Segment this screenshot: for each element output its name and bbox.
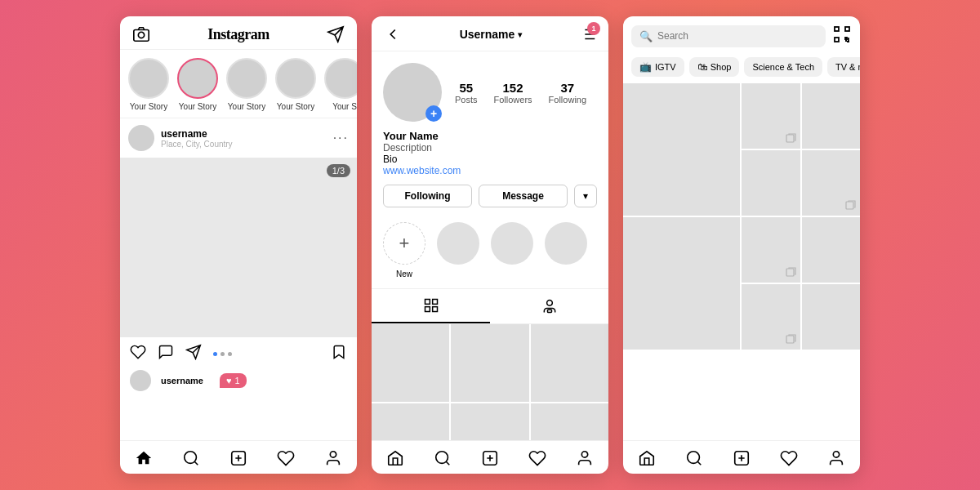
svg-point-7 [330,452,336,457]
commenter-row: username ♥ 1 [120,367,357,391]
profile-bottom-nav [372,440,608,474]
explore-cell-large[interactable] [623,217,740,350]
nav-add-icon[interactable] [731,448,752,469]
svg-rect-28 [835,38,839,42]
nav-heart-icon[interactable] [778,448,800,469]
copy-icon [784,266,797,279]
profile-header: Username ▾ 1 [372,16,608,51]
explore-cell[interactable] [802,284,861,350]
tab-grid[interactable] [372,289,490,323]
explore-cell[interactable] [802,150,861,216]
tab-science-tech-label: Science & Tech [752,62,814,72]
story-item[interactable]: Your Story [177,58,218,111]
grid-cell[interactable] [451,324,528,402]
grid-cell[interactable] [372,403,449,440]
story-item[interactable]: Your Story [128,58,169,111]
explore-cell[interactable] [742,217,800,283]
grid-cell[interactable] [372,324,449,402]
story-avatar [275,58,316,99]
post-counter: 1/3 [327,164,350,177]
copy-icon [784,132,797,145]
followers-label: Followers [494,95,532,105]
svg-point-20 [436,452,448,464]
heart-icon[interactable] [130,344,146,363]
search-icon: 🔍 [639,30,653,42]
story-item[interactable]: Your Story [275,58,316,111]
tab-tv-movies[interactable]: TV & mov [827,57,860,77]
explore-cell[interactable] [742,150,800,216]
nav-heart-icon[interactable] [275,448,296,469]
following-button[interactable]: Following [383,185,472,207]
explore-tabs: 📺 IGTV 🛍 Shop Science & Tech TV & mov [623,54,860,83]
tab-shop-label: Shop [710,62,732,72]
add-story-button[interactable]: + [425,105,442,122]
camera-icon[interactable] [131,24,151,44]
svg-rect-34 [786,336,794,343]
highlight-item[interactable] [491,222,533,278]
dropdown-button[interactable]: ▾ [574,185,597,207]
nav-home-icon[interactable] [385,448,406,469]
highlight-item[interactable] [437,222,479,278]
explore-header: 🔍 [623,16,860,54]
explore-cell[interactable] [802,217,861,283]
post-actions [120,337,357,367]
story-avatar [226,58,267,99]
dot-active [213,352,217,356]
nav-add-icon[interactable] [479,448,501,469]
bookmark-icon[interactable] [331,344,347,363]
comment-icon[interactable] [158,344,174,363]
followers-count: 152 [503,81,523,95]
nav-profile-icon[interactable] [574,448,595,469]
explore-cell[interactable] [742,284,800,350]
back-icon[interactable] [383,24,403,44]
post-avatar [128,125,154,151]
tab-science-tech[interactable]: Science & Tech [744,57,822,77]
highlight-item[interactable] [545,222,587,278]
profile-username-row[interactable]: Username ▾ [460,28,523,41]
commenter-avatar [130,370,151,391]
nav-search-icon[interactable] [432,448,453,469]
svg-line-36 [697,461,701,465]
share-icon[interactable] [185,344,202,363]
nav-home-icon[interactable] [133,448,154,469]
scan-icon[interactable] [832,24,852,47]
phone-explore: 🔍 📺 IGTV 🛍 Shop Science & Tech TV & mov [623,16,860,474]
bio-website[interactable]: www.website.com [383,165,597,176]
send-icon[interactable] [326,24,345,44]
nav-profile-icon[interactable] [826,448,847,469]
search-input[interactable] [657,30,817,42]
grid-cell[interactable] [531,324,608,402]
nav-profile-icon[interactable] [323,448,344,469]
following-count: 37 [560,81,574,95]
svg-point-1 [138,32,144,38]
message-button[interactable]: Message [479,185,568,207]
story-item[interactable]: Your Story [226,58,267,111]
igtv-icon: 📺 [639,61,652,73]
post-header: username Place, City, Country ··· [120,118,357,158]
post-location: Place, City, Country [161,140,327,149]
nav-add-icon[interactable] [228,448,249,469]
notification-container[interactable]: 1 [579,25,597,43]
svg-rect-17 [432,307,437,312]
nav-search-icon[interactable] [684,448,705,469]
tab-tagged[interactable] [490,289,608,323]
nav-search-icon[interactable] [180,448,202,469]
story-label: Your S [332,102,357,111]
explore-cell[interactable] [802,83,861,149]
tab-shop[interactable]: 🛍 Shop [689,57,740,77]
highlight-new[interactable]: + New [383,222,425,278]
nav-heart-icon[interactable] [527,448,548,469]
grid-cell[interactable] [451,403,528,440]
highlight-new-circle[interactable]: + [383,222,425,265]
search-bar[interactable]: 🔍 [631,25,826,47]
shop-icon: 🛍 [697,61,707,73]
story-item[interactable]: Your S [324,58,357,111]
svg-point-2 [185,452,197,464]
tab-igtv[interactable]: 📺 IGTV [631,57,684,77]
copy-icon [784,333,797,346]
grid-cell[interactable] [531,403,608,440]
nav-home-icon[interactable] [636,448,657,469]
post-more-button[interactable]: ··· [333,131,349,145]
explore-cell[interactable] [742,83,800,149]
explore-cell-large[interactable] [623,83,740,216]
